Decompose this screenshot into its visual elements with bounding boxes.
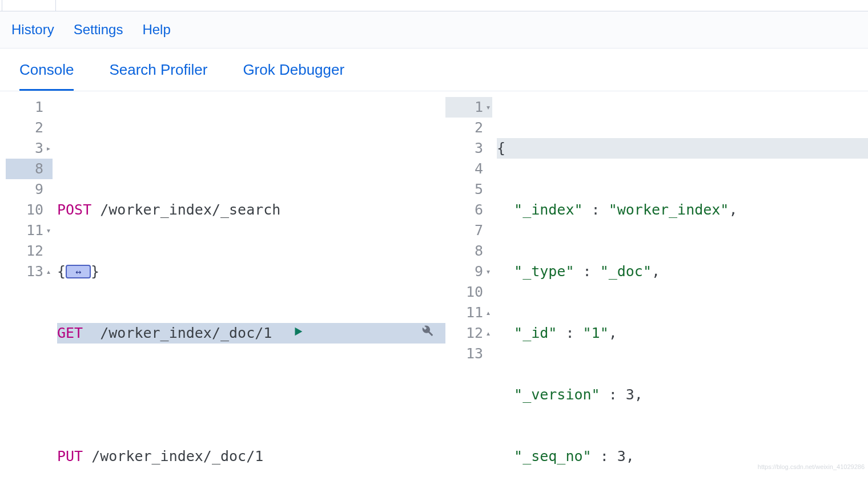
request-editor[interactable]: 1 2 3▸ 8 9 10 11▾ 12 13▴ POST /worker_in… [0, 97, 445, 493]
line-number: 2 [475, 118, 483, 138]
menu-bar: History Settings Help [0, 11, 868, 49]
line-number: 4 [475, 159, 483, 179]
menu-help[interactable]: Help [142, 22, 170, 38]
fold-open-icon[interactable]: ▾ [484, 261, 492, 282]
line-number: 9 [475, 261, 483, 282]
json-key: "_version" [514, 385, 600, 405]
json-string: "_doc" [600, 261, 652, 282]
line-number: 10 [466, 282, 483, 302]
line-number: 1 [35, 97, 43, 118]
tab-grok-debugger[interactable]: Grok Debugger [243, 61, 344, 91]
line-number: 8 [35, 159, 43, 179]
fold-open-icon[interactable]: ▾ [484, 97, 492, 118]
brace-open: { [57, 261, 66, 282]
line-number: 11 [26, 220, 43, 241]
tab-console[interactable]: Console [19, 61, 74, 91]
response-code: { "_index" : "worker_index", "_type" : "… [497, 97, 868, 493]
line-number: 12 [466, 323, 483, 344]
line-number: 10 [26, 200, 43, 220]
watermark: https://blog.csdn.net/weixin_41029286 [758, 463, 865, 470]
menu-history[interactable]: History [11, 22, 54, 38]
line-number: 7 [475, 220, 483, 241]
request-gutter: 1 2 3▸ 8 9 10 11▾ 12 13▴ [6, 97, 57, 493]
line-number: 8 [475, 241, 483, 261]
json-key: "_type" [514, 261, 574, 282]
line-number: 13 [466, 344, 483, 364]
json-number: 3 [617, 446, 626, 467]
request-code[interactable]: POST /worker_index/_search {↔} GET /work… [57, 97, 445, 493]
http-method-get: GET [57, 323, 83, 344]
json-string: "1" [583, 323, 609, 344]
response-gutter: 1▾ 2 3 4 5 6 7 8 9▾ 10 11▴ 12▴ 13 [445, 97, 497, 493]
line-number: 3 [475, 138, 483, 159]
json-number: 3 [626, 385, 634, 405]
top-spacer [2, 0, 56, 11]
response-viewer: 1▾ 2 3 4 5 6 7 8 9▾ 10 11▴ 12▴ 13 { "_in… [445, 97, 868, 493]
fold-close-icon[interactable]: ▴ [45, 261, 53, 282]
line-number: 11 [466, 302, 483, 323]
line-number: 2 [35, 118, 43, 138]
json-string: "worker_index" [609, 200, 729, 220]
line-number: 5 [475, 179, 483, 200]
line-number: 1 [475, 97, 483, 118]
http-method-post: POST [57, 200, 91, 220]
menu-settings[interactable]: Settings [74, 22, 123, 38]
editor-area: 1 2 3▸ 8 9 10 11▾ 12 13▴ POST /worker_in… [0, 91, 868, 493]
folded-content-badge[interactable]: ↔ [66, 265, 91, 278]
tab-search-profiler[interactable]: Search Profiler [109, 61, 207, 91]
brace-open: { [497, 138, 505, 159]
tab-bar: Console Search Profiler Grok Debugger [0, 49, 868, 91]
request-options-icon[interactable] [317, 302, 434, 364]
window-top-bar [0, 0, 868, 11]
line-number: 12 [26, 241, 43, 261]
fold-open-icon[interactable]: ▾ [45, 220, 53, 241]
line-number: 9 [35, 179, 43, 200]
http-method-put: PUT [57, 446, 83, 467]
fold-close-icon[interactable]: ▴ [484, 323, 492, 344]
fold-close-icon[interactable]: ▴ [484, 302, 492, 323]
line-number: 13 [26, 261, 43, 282]
run-request-icon[interactable] [189, 302, 305, 364]
request-path: /worker_index/_doc/1 [83, 446, 263, 467]
brace-close: } [91, 261, 99, 282]
line-number: 6 [475, 200, 483, 220]
json-key: "_id" [514, 323, 557, 344]
json-key: "_index" [514, 200, 582, 220]
line-number: 3 [35, 138, 43, 159]
request-path: /worker_index/_search [91, 200, 280, 220]
json-key: "_seq_no" [514, 446, 591, 467]
fold-collapsed-icon[interactable]: ▸ [45, 138, 53, 159]
